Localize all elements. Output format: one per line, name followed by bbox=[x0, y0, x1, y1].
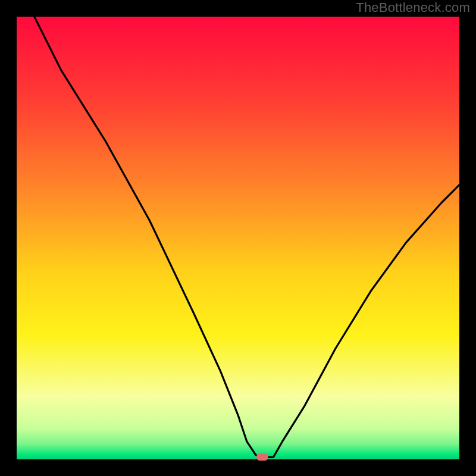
chart-frame: TheBottleneck.com bbox=[0, 0, 476, 476]
plot-background bbox=[17, 17, 459, 459]
chart-svg bbox=[0, 0, 476, 476]
optimal-marker bbox=[256, 453, 268, 461]
watermark-text: TheBottleneck.com bbox=[356, 0, 470, 15]
